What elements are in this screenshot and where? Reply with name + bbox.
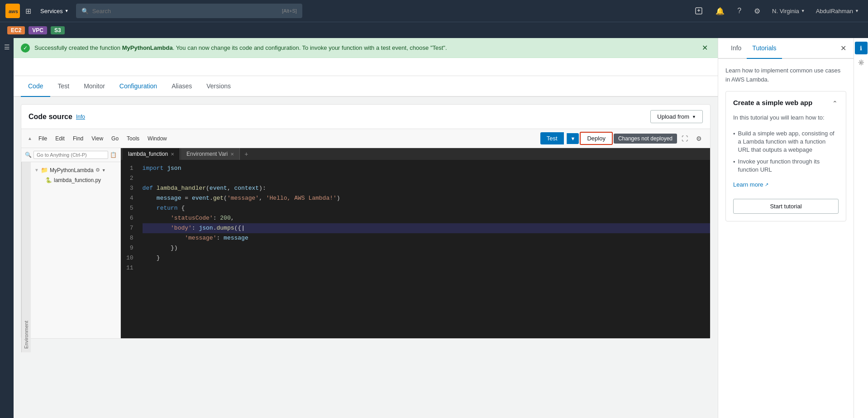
menu-view[interactable]: View [88,134,107,143]
explorer-search-icon[interactable]: 🔍 [25,152,32,158]
file-name: lambda_function.py [54,177,101,183]
upload-from-button[interactable]: Upload from ▼ [650,110,703,123]
sidebar-menu-icon[interactable]: ☰ [2,42,12,53]
code-source-title: Code source Info [29,113,85,121]
right-panel-tabs: Info Tutorials ✕ [718,38,854,59]
top-breadcrumb [14,58,718,76]
tab-info[interactable]: Info [725,38,747,59]
services-button[interactable]: Services ▼ [37,6,72,16]
page-content: Code Test Monitor Configuration Aliases … [14,76,718,418]
goto-anything-input[interactable] [33,151,108,159]
test-dropdown-button[interactable]: ▼ [567,133,579,144]
strip-info-icon[interactable]: ℹ [855,42,868,54]
search-shortcut: [Alt+S] [282,8,297,14]
s3-label: S3 [54,27,61,34]
right-panel-close-button[interactable]: ✕ [840,44,846,53]
collapse-tutorial-button[interactable]: ⌃ [831,99,839,108]
start-tutorial-button[interactable]: Start tutorial [733,199,839,214]
main-layout: ☰ ✓ Successfully created the function My… [0,38,868,418]
help-icon[interactable]: ? [733,4,746,18]
right-panel-description: Learn how to implement common use cases … [725,66,846,84]
tab-close-lambda[interactable]: ✕ [171,152,174,157]
deploy-button[interactable]: Deploy [580,132,612,145]
clipboard-icon[interactable]: 📋 [110,152,117,158]
learn-more-link[interactable]: Learn more ↗ [733,181,768,188]
menu-find[interactable]: Find [69,134,87,143]
service-bar: EC2 VPC S3 [0,22,868,38]
tutorial-card: Create a simple web app ⌃ In this tutori… [725,91,846,221]
tab-versions[interactable]: Versions [199,76,238,97]
success-banner: ✓ Successfully created the function MyPy… [14,38,718,58]
user-menu[interactable]: AbdulRahman ▼ [812,6,863,16]
settings-button[interactable]: ⚙ [692,133,706,144]
tab-close-env[interactable]: ✕ [230,152,234,157]
region-selector[interactable]: N. Virginia ▼ [768,6,809,16]
svg-point-3 [860,62,862,63]
add-tab-button[interactable]: + [241,149,252,159]
settings-icon[interactable]: ⚙ [749,4,765,18]
aws-logo[interactable]: aws [5,4,20,18]
file-tree: ▼ 📁 MyPythonLambda ⚙ ▼ 🐍 lambda_function… [31,162,120,352]
upload-chevron-icon: ▼ [692,115,696,119]
ec2-service-tag[interactable]: EC2 [7,26,25,34]
tutorial-card-header: Create a simple web app ⌃ [733,99,839,108]
tab-test[interactable]: Test [50,76,76,97]
file-item[interactable]: 🐍 lambda_function.py [31,175,120,185]
tab-code[interactable]: Code [21,76,50,97]
left-sidebar: ☰ [0,38,14,418]
code-source-section: Code source Info Upload from ▼ ▲ File Ed… [21,104,711,339]
main-tabs: Code Test Monitor Configuration Aliases … [14,76,718,97]
test-button[interactable]: Test [540,132,564,144]
bell-icon[interactable]: 🔔 [711,4,729,18]
top-navigation: aws ⊞ Services ▼ 🔍 [Alt+S] 🔔 ? ⚙ N. Virg… [0,0,868,22]
success-check-icon: ✓ [21,43,30,53]
content-area: ✓ Successfully created the function MyPy… [14,38,718,418]
close-banner-button[interactable]: ✕ [699,43,711,53]
menu-tools[interactable]: Tools [123,134,143,143]
tab-configuration[interactable]: Configuration [112,76,164,97]
right-panel-content: Learn how to implement common use cases … [718,59,854,418]
s3-service-tag[interactable]: S3 [51,26,65,34]
info-badge-button[interactable]: Info [76,114,85,120]
success-message: Successfully created the function MyPyth… [34,44,695,51]
svg-text:aws: aws [9,9,18,14]
menu-go[interactable]: Go [108,134,122,143]
editor-area: 🔍 📋 Environment ▼ 📁 MyPythonLambda [21,148,710,338]
menu-window[interactable]: Window [144,134,171,143]
folder-settings-icon[interactable]: ⚙ [95,167,100,173]
code-lines: import json def lambda_handler(event, co… [139,163,710,335]
tab-tutorials[interactable]: Tutorials [747,38,782,59]
changes-not-deployed-badge: Changes not deployed [614,134,677,144]
code-source-header: Code source Info Upload from ▼ [21,105,710,129]
menu-edit[interactable]: Edit [52,134,68,143]
tutorial-list: Build a simple web app, consisting of a … [733,128,839,176]
ec2-label: EC2 [11,27,21,34]
search-bar[interactable]: 🔍 [Alt+S] [76,4,302,18]
tab-monitor[interactable]: Monitor [76,76,112,97]
menu-file[interactable]: File [35,134,51,143]
file-explorer-header: 🔍 📋 [21,148,120,162]
grid-icon[interactable]: ⊞ [24,5,33,17]
search-input[interactable] [92,8,278,14]
environment-label: Environment [21,162,31,352]
tab-aliases[interactable]: Aliases [164,76,199,97]
code-content[interactable]: 1 2 3 4 5 6 7 8 9 10 11 [121,160,710,338]
region-chevron-icon: ▼ [801,9,805,13]
fullscreen-button[interactable]: ⛶ [678,133,692,144]
line-numbers: 1 2 3 4 5 6 7 8 9 10 11 [121,163,139,335]
upload-icon[interactable] [690,4,707,18]
editor-tab-lambda[interactable]: lambda_function ✕ [123,148,180,160]
folder-item[interactable]: ▼ 📁 MyPythonLambda ⚙ ▼ [31,165,120,175]
editor-toolbar: ▲ File Edit Find View Go Tools Window Te… [21,129,710,148]
services-chevron-icon: ▼ [65,9,69,13]
tutorial-body: In this tutorial you will learn how to: [733,113,839,122]
tutorial-list-item: Invoke your function through its functio… [733,156,839,176]
code-editor-wrapper: lambda_function ✕ Environment Vari ✕ + [121,148,710,338]
editor-tab-env[interactable]: Environment Vari ✕ [181,148,240,160]
external-link-icon: ↗ [765,182,768,187]
toolbar-up-arrow[interactable]: ▲ [26,135,34,142]
vpc-service-tag[interactable]: VPC [29,26,47,34]
strip-settings-icon[interactable] [855,56,868,69]
vpc-label: VPC [32,27,43,34]
tutorial-list-item: Build a simple web app, consisting of a … [733,128,839,156]
